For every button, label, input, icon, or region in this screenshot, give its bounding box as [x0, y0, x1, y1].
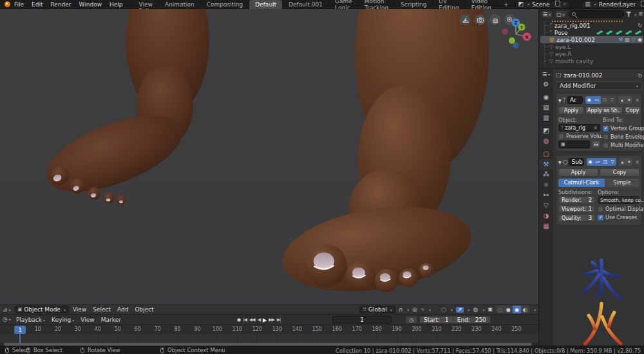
render-layer-selector[interactable]: ▥▾ RenderLayer × [582, 1, 644, 8]
wireframe-shading-icon[interactable]: ◌ [496, 306, 504, 313]
play-reverse-button[interactable]: ◀ [258, 317, 260, 322]
cage-toggle-icon[interactable]: ▽ [609, 96, 616, 104]
apply-button[interactable]: Apply [558, 106, 584, 115]
properties-tab-output[interactable]: ▤ [539, 103, 553, 113]
simple-button[interactable]: Simple [605, 179, 639, 187]
properties-tab-scene[interactable]: ◩ [539, 126, 553, 136]
render-subdivisions-field[interactable]: Render:2 [558, 196, 595, 204]
timeline-track[interactable] [0, 334, 538, 343]
workspace-tab-3d-view-full[interactable]: 3D View Full [133, 0, 159, 9]
outliner-item[interactable]: ▽ eye.R [540, 50, 643, 57]
blender-logo-icon[interactable] [5, 1, 10, 7]
workspace-tab-default[interactable]: Default [249, 0, 283, 9]
realtime-toggle-icon[interactable]: ▭ [593, 96, 601, 104]
copy-button[interactable]: Copy [624, 106, 641, 115]
axis-minus-z[interactable] [513, 43, 519, 48]
viewport-menu-object[interactable]: Object [135, 306, 153, 313]
previous-keyframe-button[interactable]: ◀◀ [249, 317, 255, 322]
workspace-tab--[interactable]: + [498, 0, 515, 9]
start-frame-field[interactable]: Start:1 [420, 317, 453, 323]
properties-tab-tool[interactable]: ⚙ [539, 79, 553, 90]
snap-magnet-icon[interactable]: ∩ [399, 307, 403, 313]
outliner-item[interactable]: ᛉ Pose [540, 29, 643, 36]
expand-icon[interactable]: ▼ [558, 98, 562, 103]
editmode-toggle-icon[interactable]: ◳ [601, 96, 609, 104]
cage-toggle-icon[interactable]: ▽ [609, 158, 616, 166]
copy-button[interactable]: Copy [600, 168, 639, 177]
properties-tab-modifiers[interactable]: ⚒ [539, 159, 553, 170]
new-scene-icon[interactable] [556, 2, 560, 6]
rendered-shading-icon[interactable]: ◐ [521, 306, 529, 313]
properties-tab-physics[interactable]: ⚛ [539, 180, 553, 190]
workspace-tab-scripting[interactable]: Scripting [395, 0, 433, 9]
stack-icon[interactable]: ▦ [625, 37, 630, 43]
apply-button[interactable]: Apply [558, 168, 598, 177]
quality-field[interactable]: Quality:3 [558, 214, 595, 222]
orbit-gizmo-grid-button[interactable] [460, 14, 471, 25]
xray-toggle-icon[interactable]: ▣ [488, 307, 493, 312]
timeline-menu-playback[interactable]: Playback▾ [16, 317, 45, 323]
filter-icon[interactable] [626, 12, 631, 17]
properties-tab-object[interactable]: ▢ [539, 149, 553, 159]
properties-tab-material[interactable]: ◑ [539, 211, 553, 221]
end-frame-field[interactable]: End:250 [453, 317, 490, 323]
jump-to-end-button[interactable]: ▶| [277, 317, 281, 322]
optimal-display-option[interactable]: Optimal Display [598, 205, 639, 213]
material-preview-shading-icon[interactable]: ◉ [513, 306, 521, 313]
timeline-ruler[interactable]: 1 10203040506070809010011012013014015016… [0, 324, 538, 334]
mode-selector[interactable]: ▣ Object Mode▾ [15, 306, 69, 313]
move-down-icon[interactable]: ▼ [626, 158, 633, 166]
catmull-clark-button[interactable]: Catmull-Clark [558, 179, 605, 187]
play-button[interactable]: ▶ [263, 317, 266, 323]
eye-icon[interactable]: ◉ [638, 37, 642, 43]
scene-selector[interactable]: ◩▾ Scene × [515, 1, 571, 8]
close-icon[interactable]: × [635, 97, 639, 103]
timeline-menu-view[interactable]: View [80, 317, 94, 323]
render-toggle-icon[interactable]: ◉ [585, 96, 593, 104]
bone-envelopes-option[interactable]: Bone Envelopes [603, 133, 644, 141]
outliner-item[interactable]: ▽ mouth cavity [540, 57, 643, 64]
close-icon[interactable]: × [635, 159, 639, 165]
playhead[interactable]: 1 [14, 326, 26, 334]
workspace-tab-default-001[interactable]: Default.001 [283, 0, 329, 9]
workspace-tab-game-logic[interactable]: Game Logic [329, 0, 359, 9]
outliner-item[interactable]: ᛉ zara_rig.001 ↻ [540, 22, 643, 29]
invert-vertex-group-button[interactable]: ↔ [592, 141, 600, 148]
menu-render[interactable]: Render [51, 1, 71, 8]
menu-edit[interactable]: Edit [32, 1, 43, 8]
rotate-icon[interactable]: ↻ [638, 23, 642, 28]
workspace-tab-compositing[interactable]: Compositing [201, 0, 249, 9]
close-icon[interactable]: × [563, 1, 567, 7]
next-keyframe-button[interactable]: ▶▶ [269, 317, 274, 322]
modifier-name-field[interactable]: Ar [567, 96, 583, 104]
add-modifier-dropdown[interactable]: Add Modifier▾ [556, 81, 642, 90]
search-input[interactable] [569, 10, 625, 18]
current-frame-field[interactable]: 1 [332, 316, 392, 324]
camera-view-button[interactable] [475, 14, 486, 25]
axis-minus-x[interactable] [502, 29, 508, 35]
falloff-curve-icon[interactable]: ∿ [421, 308, 424, 312]
expand-icon[interactable]: ▼ [558, 160, 562, 164]
properties-tab-texture[interactable]: ▦ [539, 221, 553, 231]
record-button[interactable]: ● [237, 317, 240, 322]
workspace-tab-motion-tracking[interactable]: Motion Tracking [359, 0, 395, 9]
editor-type-button[interactable]: ☰▾ [541, 10, 553, 18]
viewport-menu-view[interactable]: View [73, 306, 86, 313]
jump-to-start-button[interactable]: |◀ [243, 317, 247, 322]
properties-tab-constraints[interactable]: ⚯ [539, 190, 553, 201]
properties-tab-world[interactable]: ◍ [539, 136, 553, 146]
overlays-toggle-icon[interactable]: ◍ [473, 307, 478, 313]
gizmos-toggle-icon[interactable]: ↗ [456, 307, 464, 313]
move-up-icon[interactable]: ▲ [619, 158, 626, 166]
outliner-item[interactable]: ▽ zara-010.002 ⚒▦▽◉ [540, 36, 643, 43]
move-up-icon[interactable]: ▲ [618, 96, 625, 104]
use-preview-range-icon[interactable]: ◷ [406, 316, 417, 324]
vertex-groups-option[interactable]: Vertex Groups [603, 124, 644, 132]
pin-icon[interactable]: ⚲ [636, 72, 644, 79]
new-collection-icon[interactable]: ⊞ [638, 12, 643, 17]
solid-shading-icon[interactable]: ● [504, 306, 513, 313]
armature-object-field[interactable]: ᛉ zara_rig × [558, 124, 600, 132]
workspace-tab-animation[interactable]: Animation [159, 0, 201, 9]
navigation-axis-gizmo[interactable]: Z Y X [497, 17, 538, 54]
vertex-group-field[interactable]: ▦ [558, 141, 590, 148]
